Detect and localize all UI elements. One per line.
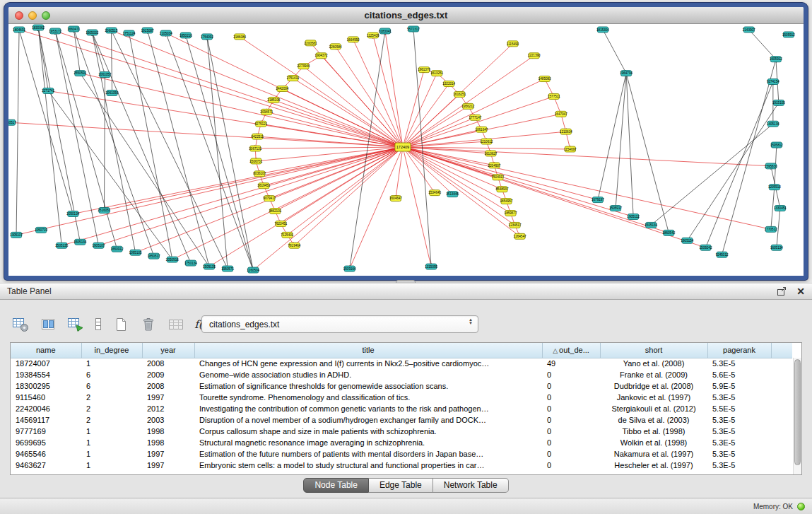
graph-node[interactable]: 1154697 bbox=[564, 146, 577, 152]
cell-name[interactable]: 14569117 bbox=[11, 414, 81, 426]
graph-node[interactable]: 1961376 bbox=[418, 67, 430, 73]
graph-node[interactable]: 1505917 bbox=[609, 206, 622, 211]
table-row[interactable]: 1456911722003Disruption of a novel membe… bbox=[11, 414, 792, 426]
cell-title[interactable]: Embryonic stem cells: a model to study s… bbox=[194, 460, 542, 471]
column-header-in_degree[interactable]: in_degree bbox=[81, 343, 142, 358]
graph-node[interactable]: 1815304 bbox=[596, 27, 609, 33]
graph-node[interactable]: 1956212 bbox=[461, 103, 474, 109]
graph-node[interactable]: 2186084 bbox=[233, 34, 246, 40]
cell-title[interactable]: Investigating the contribution of common… bbox=[194, 403, 542, 414]
cell-name[interactable]: 9465546 bbox=[11, 448, 81, 460]
graph-node[interactable]: 7504917 bbox=[492, 175, 505, 180]
cell-title[interactable]: Tourette syndrome. Phenomenology and cla… bbox=[194, 392, 542, 403]
graph-node[interactable]: 1330451 bbox=[774, 206, 787, 211]
cell-in_degree[interactable]: 1 bbox=[81, 358, 142, 369]
graph-node[interactable]: 1915087 bbox=[141, 28, 154, 33]
cell-year[interactable]: 1998 bbox=[142, 426, 194, 437]
graph-edge[interactable] bbox=[403, 147, 515, 225]
graph-node[interactable]: 1095105 bbox=[129, 250, 142, 255]
tab-node-table[interactable]: Node Table bbox=[303, 478, 369, 493]
graph-edge[interactable] bbox=[403, 147, 452, 194]
table-row[interactable]: 1830029562008Estimation of significance … bbox=[11, 380, 792, 392]
graph-node[interactable]: 1770512 bbox=[765, 226, 777, 232]
graph-node[interactable]: 3067131 bbox=[249, 146, 261, 151]
network-canvas[interactable]: 1724092186084220058119043722273944275141… bbox=[8, 24, 804, 276]
graph-node[interactable]: 1305107 bbox=[10, 232, 23, 238]
graph-edge[interactable] bbox=[80, 74, 209, 267]
graph-node[interactable]: 1534645 bbox=[428, 190, 441, 196]
graph-node[interactable]: 1854957 bbox=[500, 199, 513, 204]
cell-pagerank[interactable]: 5.3E-5 bbox=[707, 414, 771, 426]
cell-short[interactable]: Tibbo et al. (1998) bbox=[600, 426, 707, 437]
cell-year[interactable]: 2008 bbox=[142, 380, 194, 392]
import-table-button[interactable] bbox=[65, 314, 86, 335]
graph-edge[interactable] bbox=[55, 31, 403, 147]
graph-node[interactable]: 1650912 bbox=[111, 246, 124, 252]
graph-node[interactable]: 2271741 bbox=[42, 88, 54, 93]
graph-node[interactable]: 1577511 bbox=[548, 93, 560, 99]
cell-title[interactable]: Disruption of a novel member of a sodium… bbox=[194, 414, 542, 426]
graph-edge[interactable] bbox=[80, 74, 403, 147]
graph-edge[interactable] bbox=[92, 33, 135, 252]
graph-node[interactable]: 2204907 bbox=[488, 163, 500, 168]
show-rows-button[interactable] bbox=[93, 314, 104, 335]
column-header-pagerank[interactable]: pagerank bbox=[707, 343, 771, 358]
graph-node[interactable]: 2200581 bbox=[305, 40, 317, 46]
graph-node[interactable]: 6422511 bbox=[251, 134, 264, 139]
graph-edge[interactable] bbox=[350, 31, 385, 269]
graph-node[interactable]: 172409 bbox=[395, 143, 411, 151]
delete-column-button[interactable] bbox=[138, 314, 159, 335]
cell-short[interactable]: Hescheler et al. (1997) bbox=[600, 460, 707, 471]
cell-out_degree[interactable]: 0 bbox=[542, 403, 600, 414]
cell-year[interactable]: 2012 bbox=[142, 403, 194, 414]
graph-node[interactable]: 2751411 bbox=[287, 76, 300, 81]
graph-node[interactable]: 1950571 bbox=[221, 266, 234, 271]
cell-year[interactable]: 1997 bbox=[142, 460, 194, 471]
graph-node[interactable]: 2185106 bbox=[267, 97, 280, 103]
graph-edge[interactable] bbox=[104, 147, 403, 210]
graph-node[interactable]: 1660471 bbox=[67, 26, 80, 32]
graph-node[interactable]: 1264547 bbox=[514, 233, 526, 239]
graph-node[interactable]: 1595812 bbox=[770, 142, 783, 148]
cell-short[interactable]: Stergiakouli et al. (2012) bbox=[600, 403, 707, 414]
graph-node[interactable]: 2273944 bbox=[298, 64, 310, 69]
graph-node[interactable]: 2050916 bbox=[166, 257, 179, 262]
graph-node[interactable]: 1485083 bbox=[539, 76, 551, 82]
zoom-window-icon[interactable] bbox=[42, 11, 50, 20]
cell-in_degree[interactable]: 1 bbox=[81, 437, 142, 448]
graph-node[interactable]: 1505134 bbox=[73, 239, 86, 245]
graph-edge[interactable] bbox=[403, 147, 706, 247]
cell-pagerank[interactable]: 5.6E-5 bbox=[707, 369, 771, 380]
graph-edge[interactable] bbox=[255, 147, 403, 148]
cell-year[interactable]: 2009 bbox=[142, 369, 194, 380]
graph-node[interactable]: 2105034 bbox=[160, 30, 172, 36]
cell-name[interactable]: 19384554 bbox=[11, 369, 81, 380]
graph-node[interactable]: 1595830 bbox=[765, 163, 777, 169]
graph-node[interactable]: 7125401 bbox=[281, 232, 293, 238]
table-scrollbar[interactable] bbox=[793, 358, 801, 474]
graph-node[interactable]: 1460517 bbox=[8, 119, 16, 125]
graph-node[interactable]: 2442004 bbox=[276, 86, 288, 92]
graph-edge[interactable] bbox=[38, 28, 80, 242]
graph-node[interactable]: 1509164 bbox=[343, 266, 356, 271]
cell-year[interactable]: 1997 bbox=[142, 392, 194, 403]
graph-node[interactable]: 7819464 bbox=[288, 243, 300, 248]
cell-year[interactable]: 2003 bbox=[142, 414, 194, 426]
graph-edge[interactable] bbox=[294, 147, 403, 245]
graph-edge[interactable] bbox=[112, 30, 228, 269]
graph-edge[interactable] bbox=[16, 30, 19, 235]
graph-edge[interactable] bbox=[73, 147, 403, 214]
cell-out_degree[interactable]: 0 bbox=[542, 448, 600, 460]
cell-year[interactable]: 2008 bbox=[142, 358, 194, 369]
cell-in_degree[interactable]: 2 bbox=[81, 414, 142, 426]
graph-node[interactable]: 1610627 bbox=[484, 151, 497, 156]
graph-edge[interactable] bbox=[336, 47, 403, 147]
cell-pagerank[interactable]: 5.3E-5 bbox=[707, 437, 771, 448]
cell-pagerank[interactable]: 5.9E-5 bbox=[707, 380, 771, 392]
graph-edge[interactable] bbox=[403, 147, 633, 216]
cell-pagerank[interactable]: 5.3E-5 bbox=[707, 460, 771, 471]
table-row[interactable]: 946362711997Embryonic stem cells: a mode… bbox=[11, 460, 792, 471]
table-row[interactable]: 946554611997Estimation of the future num… bbox=[11, 448, 792, 460]
cell-in_degree[interactable]: 6 bbox=[81, 369, 142, 380]
graph-node[interactable]: 1679197 bbox=[592, 197, 604, 203]
